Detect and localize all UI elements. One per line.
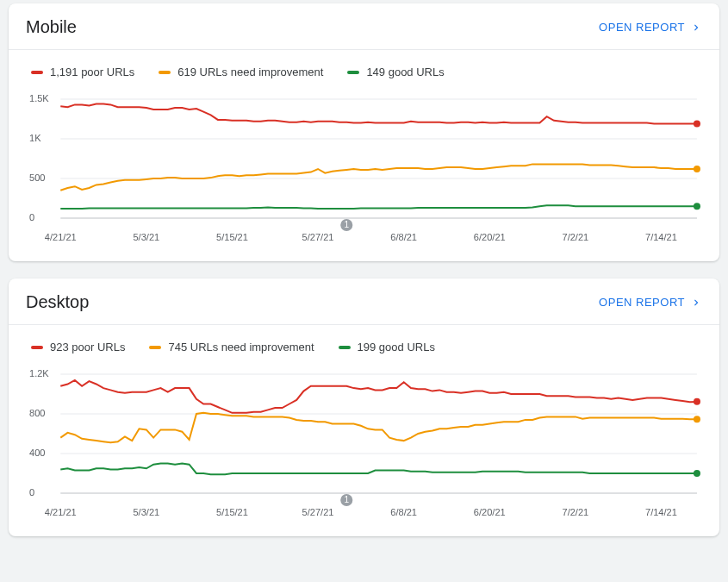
svg-point-40 [694,416,700,422]
desktop-legend: 923 poor URLs 745 URLs need improvement … [9,325,719,362]
mobile-card: Mobile OPEN REPORT 1,191 poor URLs 619 U… [9,3,719,261]
desktop-chart: 04008001.2K4/21/215/3/215/15/215/27/216/… [9,362,719,536]
svg-text:7/2/21: 7/2/21 [562,507,588,517]
legend-poor-label: 923 poor URLs [50,341,125,354]
svg-text:6/20/21: 6/20/21 [474,507,506,517]
svg-text:7/2/21: 7/2/21 [562,232,588,242]
svg-text:1K: 1K [29,133,41,143]
svg-text:1.2K: 1.2K [29,368,49,379]
mobile-open-report-link[interactable]: OPEN REPORT [599,21,702,34]
legend-poor-label: 1,191 poor URLs [50,66,134,78]
chevron-right-icon [690,297,702,309]
svg-point-18 [694,120,700,127]
svg-text:5/27/21: 5/27/21 [302,232,334,242]
legend-good-label: 149 good URLs [366,66,444,78]
svg-text:4/21/21: 4/21/21 [45,232,77,242]
legend-good: 149 good URLs [347,66,444,78]
desktop-open-report-link[interactable]: OPEN REPORT [599,296,702,309]
legend-needs-label: 745 URLs need improvement [168,341,314,354]
legend-poor: 923 poor URLs [31,341,125,354]
legend-needs: 619 URLs need improvement [159,66,323,78]
open-report-label: OPEN REPORT [599,21,685,34]
svg-text:7/14/21: 7/14/21 [645,507,677,517]
legend-swatch-poor [31,71,43,74]
legend-swatch-good [339,346,351,349]
svg-text:500: 500 [29,172,45,183]
chevron-right-icon [690,22,702,34]
svg-text:0: 0 [29,212,34,222]
svg-text:0: 0 [29,487,34,498]
svg-text:1.5K: 1.5K [29,93,49,103]
legend-needs-label: 619 URLs need improvement [177,66,323,78]
svg-point-19 [694,166,700,172]
svg-text:6/8/21: 6/8/21 [390,232,417,242]
legend-swatch-needs [149,346,161,349]
svg-point-20 [694,203,700,210]
svg-text:400: 400 [29,447,45,458]
legend-poor: 1,191 poor URLs [31,66,134,78]
desktop-card-header: Desktop OPEN REPORT [9,278,719,325]
legend-swatch-good [347,71,359,74]
svg-point-39 [694,398,700,405]
svg-text:7/14/21: 7/14/21 [645,232,677,242]
legend-good: 199 good URLs [339,341,435,354]
svg-text:5/3/21: 5/3/21 [133,232,159,242]
mobile-card-header: Mobile OPEN REPORT [9,3,719,50]
desktop-title: Desktop [26,292,89,312]
legend-needs: 745 URLs need improvement [149,341,314,354]
svg-text:1: 1 [344,221,349,230]
svg-text:1: 1 [344,496,349,505]
svg-text:6/20/21: 6/20/21 [474,232,506,242]
legend-swatch-poor [31,346,43,349]
svg-text:4/21/21: 4/21/21 [45,507,77,517]
legend-good-label: 199 good URLs [358,341,435,354]
open-report-label: OPEN REPORT [599,296,685,309]
mobile-legend: 1,191 poor URLs 619 URLs need improvemen… [9,50,719,87]
svg-text:5/15/21: 5/15/21 [216,507,248,517]
svg-text:5/27/21: 5/27/21 [302,507,334,517]
desktop-card: Desktop OPEN REPORT 923 poor URLs 745 UR… [9,278,719,536]
legend-swatch-needs [159,71,171,74]
mobile-title: Mobile [26,17,77,37]
svg-text:5/15/21: 5/15/21 [216,232,248,242]
svg-text:800: 800 [29,408,45,418]
svg-text:5/3/21: 5/3/21 [133,507,159,517]
svg-point-41 [694,470,700,477]
svg-text:6/8/21: 6/8/21 [390,507,417,517]
mobile-chart: 05001K1.5K4/21/215/3/215/15/215/27/216/8… [9,87,719,261]
